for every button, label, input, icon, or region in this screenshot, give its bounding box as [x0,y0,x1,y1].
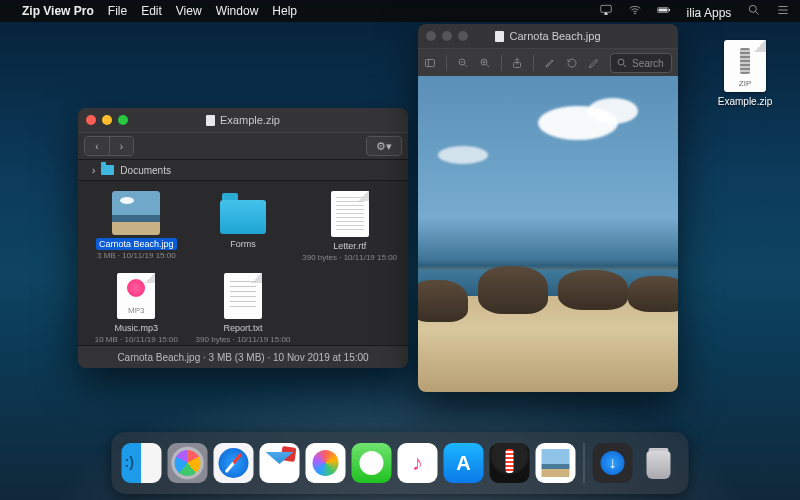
svg-rect-0 [600,5,611,12]
svg-rect-3 [659,8,668,11]
path-bar[interactable]: › Documents [78,160,408,181]
image-icon [495,31,504,42]
airplay-icon[interactable] [599,3,613,17]
menu-help[interactable]: Help [272,4,297,18]
app-menu[interactable]: Zip View Pro [22,4,94,18]
preview-image [418,76,678,392]
menu-edit[interactable]: Edit [141,4,162,18]
archive-toolbar: ‹ › ⚙︎▾ [78,132,408,160]
zip-file-icon: ZIP [724,40,766,92]
file-name: Report.txt [220,322,265,334]
preview-toolbar: Search [418,48,678,78]
dock-app-zip-view-pro[interactable] [490,443,530,483]
svg-rect-4 [669,9,670,11]
preview-search-field[interactable]: Search [610,53,672,73]
document-icon [206,115,215,126]
menu-window[interactable]: Window [216,4,259,18]
folder-icon [219,191,267,235]
action-menu-button[interactable]: ⚙︎▾ [366,136,402,156]
chevron-right-icon: › [92,165,95,176]
file-name: Carnota Beach.jpg [96,238,177,250]
dock-app-appstore[interactable] [444,443,484,483]
share-button[interactable] [511,54,523,72]
folder-icon [101,165,114,175]
file-item[interactable]: Carnota Beach.jpg 3 MB · 10/11/19 15:00 [84,191,189,269]
menu-file[interactable]: File [108,4,127,18]
dock-app-preview[interactable] [536,443,576,483]
zoom-out-button[interactable] [457,54,469,72]
file-item[interactable]: Forms [191,191,296,269]
file-grid: Carnota Beach.jpg 3 MB · 10/11/19 15:00 … [78,181,408,353]
control-center-icon[interactable] [776,3,790,17]
archive-title: Example.zip [220,114,280,126]
sidebar-toggle-button[interactable] [424,54,436,72]
file-meta: 10 MB · 10/11/19 15:00 [95,335,178,344]
desktop-file-label: Example.zip [710,96,780,107]
search-placeholder: Search [632,58,664,69]
menu-extras: ilia Apps [587,3,790,20]
file-item[interactable]: Music.mp3 10 MB · 10/11/19 15:00 [84,273,189,351]
preview-window: Carnota Beach.jpg Search [418,24,678,392]
menu-bar: Zip View Pro File Edit View Window Help … [0,0,800,22]
preview-title: Carnota Beach.jpg [509,30,600,42]
rtf-file-icon [331,191,369,237]
search-icon [616,57,628,69]
status-text: Carnota Beach.jpg · 3 MB (3 MB) · 10 Nov… [117,352,368,363]
status-bar: Carnota Beach.jpg · 3 MB (3 MB) · 10 Nov… [78,345,408,368]
nav-segmented-control: ‹ › [84,136,134,156]
menu-view[interactable]: View [176,4,202,18]
file-name: Letter.rtf [330,240,369,252]
dock-trash[interactable] [639,443,679,483]
desktop: Zip View Pro File Edit View Window Help … [0,0,800,500]
file-meta: 390 bytes · 10/11/19 15:00 [302,253,397,262]
mp3-file-icon [117,273,155,319]
path-folder-label: Documents [120,165,171,176]
zoom-in-button[interactable] [479,54,491,72]
dock-app-launchpad[interactable] [168,443,208,483]
dock-app-messages[interactable] [352,443,392,483]
spotlight-icon[interactable] [747,3,761,17]
dock [112,432,689,494]
svg-point-5 [749,5,756,12]
user-name[interactable]: ilia Apps [687,6,732,20]
dock-app-photos[interactable] [306,443,346,483]
nav-forward-button[interactable]: › [109,137,133,155]
nav-back-button[interactable]: ‹ [85,137,109,155]
dock-app-finder[interactable] [122,443,162,483]
archive-window: Example.zip ‹ › ⚙︎▾ › Documents Carnota … [78,108,408,368]
file-meta: 390 bytes · 10/11/19 15:00 [196,335,291,344]
desktop-file-example-zip[interactable]: ZIP Example.zip [710,40,780,107]
image-thumbnail-icon [112,191,160,235]
svg-rect-6 [426,60,435,67]
markup-button[interactable] [588,54,600,72]
dock-separator [584,443,585,483]
rotate-button[interactable] [566,54,578,72]
svg-point-1 [634,12,635,13]
dock-app-mail[interactable] [260,443,300,483]
battery-icon[interactable] [657,3,671,17]
archive-titlebar[interactable]: Example.zip [78,108,408,132]
file-item[interactable]: Report.txt 390 bytes · 10/11/19 15:00 [191,273,296,351]
txt-file-icon [224,273,262,319]
file-meta: 3 MB · 10/11/19 15:00 [97,251,176,260]
svg-point-10 [618,59,624,65]
file-name: Forms [227,238,259,250]
wifi-icon[interactable] [628,3,642,17]
file-item[interactable]: Letter.rtf 390 bytes · 10/11/19 15:00 [297,191,402,269]
highlight-button[interactable] [544,54,556,72]
preview-titlebar[interactable]: Carnota Beach.jpg [418,24,678,48]
dock-app-safari[interactable] [214,443,254,483]
dock-downloads-stack[interactable] [593,443,633,483]
dock-app-music[interactable] [398,443,438,483]
file-name: Music.mp3 [112,322,162,334]
